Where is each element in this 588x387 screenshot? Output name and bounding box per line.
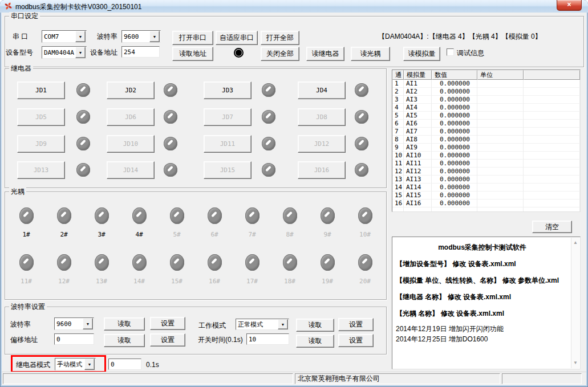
opto-channel: 12# — [45, 254, 83, 285]
switch-time-input[interactable] — [246, 333, 289, 345]
switch-time-set-button[interactable]: 设置 — [338, 334, 374, 347]
switch-time-read-button[interactable]: 读取 — [296, 335, 334, 348]
port-label: 串 口 — [13, 32, 28, 40]
analog-table-row[interactable]: 12AI120.000000 — [392, 168, 580, 176]
work-mode-read-button[interactable]: 读取 — [296, 319, 334, 332]
opto-led-indicator — [208, 207, 222, 224]
analog-table-row[interactable]: 11AI110.000000 — [392, 160, 580, 168]
analog-col-header[interactable]: 通 — [392, 70, 404, 80]
model-combobox[interactable]: DAM0404A ▼ — [42, 46, 87, 59]
status-bar: 北京聚英翱翔电子有限公司 — [2, 372, 586, 385]
relay-button-jd2[interactable]: JD2 — [107, 82, 155, 99]
baud-combobox[interactable]: 9600 ▼ — [121, 30, 161, 43]
opto-led-indicator — [358, 207, 372, 224]
baud-setting-label: 波特率 — [10, 320, 31, 328]
offset-label: 偏移地址 — [10, 336, 38, 344]
auto-serial-button[interactable]: 自适应串口 — [216, 31, 258, 45]
relay-button-jd12[interactable]: JD12 — [298, 135, 346, 153]
opto-channel-label: 17# — [246, 278, 258, 285]
info-lines: 【增加设备型号】 修改 设备表.xml.xml【模拟量 单位、线性转换、名称】 … — [392, 259, 580, 319]
open-serial-button[interactable]: 打开串口 — [172, 31, 213, 45]
opto-row-2: 11#12#13#14#15#16#17#18#19#20# — [7, 254, 384, 285]
analog-table-row[interactable]: 1AI10.000000 — [392, 80, 580, 88]
analog-col-header[interactable]: 单位 — [477, 70, 524, 80]
analog-table-row[interactable]: 9AI90.000000 — [392, 144, 580, 152]
info-changelog: 2014年12月19日 增加闪开闪闭功能2014年12月25日 增加DO1600 — [392, 324, 580, 344]
work-mode-combobox[interactable]: 正常模式 ▼ — [236, 319, 289, 330]
open-all-button[interactable]: 打开全部 — [261, 31, 299, 45]
status-panel-company: 北京聚英翱翔电子有限公司 — [295, 373, 500, 384]
relay-led-indicator — [355, 163, 368, 177]
read-address-button[interactable]: 读取地址 — [172, 47, 213, 61]
relay-led-indicator — [76, 83, 90, 97]
relay-button-jd8[interactable]: JD8 — [298, 108, 346, 126]
opto-channel: 10# — [346, 207, 384, 238]
relay-button-jd14[interactable]: JD14 — [107, 161, 155, 179]
analog-table-row[interactable]: 6AI60.000000 — [392, 120, 580, 128]
opto-channel-label: 20# — [359, 278, 371, 285]
opto-led-indicator — [95, 254, 109, 271]
scroll-up-icon[interactable]: ▲ — [571, 239, 579, 247]
analog-col-header[interactable]: 模拟量 — [404, 70, 432, 80]
baud-read-button[interactable]: 读取 — [104, 317, 145, 331]
baud-setting-combobox[interactable]: 9600 ▼ — [54, 317, 94, 330]
relay-button-jd1[interactable]: JD1 — [17, 82, 65, 99]
relay-mode-value: 手动模式 — [55, 360, 84, 369]
opto-channel-label: 6# — [210, 231, 218, 238]
opto-channel: 3# — [83, 207, 120, 238]
analog-table-row[interactable]: 3AI30.000000 — [392, 96, 580, 104]
opto-led-indicator — [132, 207, 147, 224]
baud-set-button[interactable]: 设置 — [150, 317, 185, 330]
relay-button-jd13[interactable]: JD13 — [17, 161, 65, 179]
read-relay-button[interactable]: 读继电器 — [306, 47, 344, 61]
window-title: modbus采集控制卡软件V0300_20150101 — [15, 2, 141, 12]
title-bar[interactable]: modbus采集控制卡软件V0300_20150101 × — [0, 0, 588, 13]
device-address-input[interactable] — [121, 46, 160, 58]
analog-table-row[interactable]: 7AI70.000000 — [392, 128, 580, 136]
clear-button[interactable]: 清空 — [532, 221, 572, 233]
opto-led-indicator — [358, 254, 372, 271]
analog-table-row[interactable]: 10AI100.000000 — [392, 152, 580, 160]
opto-row-1: 1#2#3#4#5#6#7#8#9#10# — [7, 207, 384, 238]
relay-mode-combobox[interactable]: 手动模式 ▼ — [55, 358, 96, 370]
offset-read-button[interactable]: 读取 — [104, 334, 145, 347]
relay-button-jd6[interactable]: JD6 — [107, 108, 155, 126]
analog-table-row[interactable]: 8AI80.000000 — [392, 136, 580, 144]
relay-button-jd9[interactable]: JD9 — [17, 135, 65, 153]
read-opto-button[interactable]: 读光耦 — [351, 47, 390, 61]
relay-button-jd4[interactable]: JD4 — [298, 82, 346, 99]
relay-button-jd3[interactable]: JD3 — [204, 82, 252, 99]
scroll-down-icon[interactable]: ▼ — [571, 359, 579, 367]
offset-set-button[interactable]: 设置 — [150, 333, 185, 347]
read-analog-button[interactable]: 读模拟量 — [403, 47, 440, 61]
debug-info-checkbox[interactable] — [447, 48, 454, 56]
analog-col-header[interactable]: 数值 — [432, 70, 477, 80]
relay-button-jd16[interactable]: JD16 — [298, 161, 346, 179]
relay-button-jd11[interactable]: JD11 — [204, 135, 252, 153]
relay-button-jd15[interactable]: JD15 — [204, 161, 252, 179]
relay-group-title: 继电器 — [9, 64, 33, 72]
relay-mode-time-input[interactable] — [108, 359, 141, 370]
analog-col-header[interactable] — [524, 70, 580, 80]
relay-button-jd5[interactable]: JD5 — [17, 108, 65, 126]
analog-table-row[interactable]: 16AI160.000000 — [392, 199, 580, 207]
opto-channel-label: 2# — [60, 231, 67, 238]
relay-button-jd7[interactable]: JD7 — [204, 108, 252, 126]
relay-led-indicator — [164, 83, 177, 97]
close-all-button[interactable]: 关闭全部 — [261, 47, 299, 61]
close-button[interactable]: × — [557, 0, 582, 11]
relay-button-jd10[interactable]: JD10 — [107, 135, 155, 153]
analog-table-row[interactable]: 14AI140.000000 — [392, 184, 580, 192]
analog-table-row[interactable]: 5AI50.000000 — [392, 112, 580, 120]
model-label: 设备型号 — [6, 48, 33, 56]
opto-led-indicator — [170, 254, 184, 271]
analog-table-row[interactable]: 2AI20.000000 — [392, 88, 580, 96]
analog-table-row[interactable]: 15AI150.000000 — [392, 192, 580, 199]
analog-table-row[interactable]: 13AI130.000000 — [392, 176, 580, 184]
info-scrollbar[interactable]: ▲ ▼ — [571, 238, 579, 368]
offset-input[interactable] — [54, 333, 94, 345]
port-combobox[interactable]: COM7 ▼ — [42, 30, 87, 43]
analog-table-row[interactable]: 4AI40.000000 — [392, 104, 580, 112]
relay-led-indicator — [76, 137, 90, 150]
work-mode-set-button[interactable]: 设置 — [338, 318, 374, 331]
